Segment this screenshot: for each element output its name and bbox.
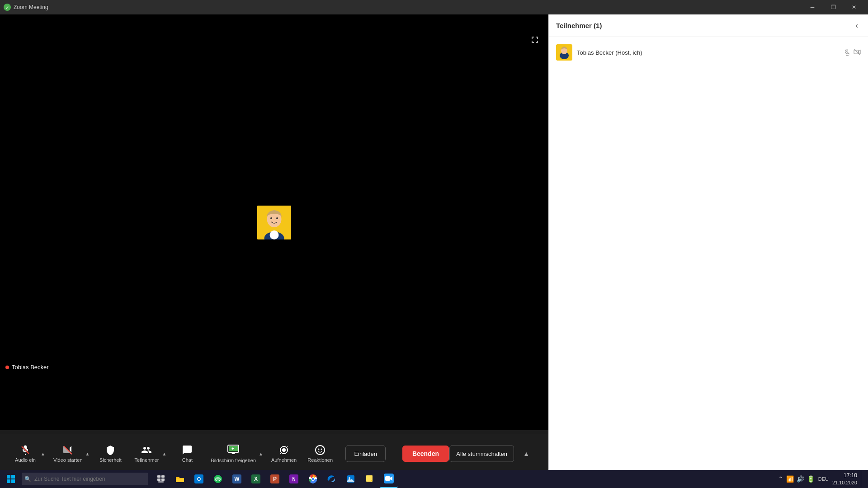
svg-point-4 bbox=[270, 217, 272, 219]
chat-button[interactable]: Chat bbox=[171, 437, 203, 470]
panel-collapse-button[interactable]: ‹ bbox=[853, 20, 861, 31]
sticky-notes-button[interactable] bbox=[361, 470, 379, 488]
snip-button[interactable] bbox=[342, 470, 360, 488]
participants-options-arrow[interactable]: ▲ bbox=[161, 450, 167, 458]
end-meeting-button[interactable]: Beenden bbox=[402, 446, 449, 462]
svg-point-11 bbox=[282, 448, 286, 452]
participant-item: Tobias Becker (Host, ich) bbox=[549, 41, 868, 64]
minimize-button[interactable]: ─ bbox=[802, 0, 823, 14]
spotify-icon bbox=[213, 474, 222, 483]
audio-label: Audio ein bbox=[15, 457, 36, 463]
share-screen-button[interactable]: Bildschirm freigeben bbox=[207, 437, 259, 470]
svg-point-14 bbox=[321, 449, 322, 450]
video-slash-icon bbox=[62, 445, 73, 455]
taskbar-search-container[interactable]: 🔍 bbox=[22, 473, 148, 485]
network-icon: 📶 bbox=[786, 475, 794, 483]
participant-status-icons bbox=[844, 48, 861, 57]
svg-point-12 bbox=[316, 446, 325, 455]
restore-button[interactable]: ❐ bbox=[823, 0, 844, 14]
close-button[interactable]: ✕ bbox=[844, 0, 864, 14]
zoom-taskbar-button[interactable] bbox=[380, 470, 398, 488]
file-explorer-button[interactable] bbox=[171, 470, 189, 488]
spotify-button[interactable] bbox=[209, 470, 227, 488]
svg-rect-27 bbox=[161, 479, 165, 481]
outlook-button[interactable]: O bbox=[190, 470, 208, 488]
svg-point-2 bbox=[270, 230, 279, 239]
participant-avatar-image bbox=[556, 44, 572, 61]
record-button[interactable]: Aufnehmen bbox=[268, 437, 300, 470]
excel-icon: X bbox=[251, 474, 260, 483]
volume-icon[interactable]: 🔊 bbox=[797, 475, 804, 483]
video-button[interactable]: Video starten bbox=[50, 437, 86, 470]
clock-date: 21.10.2020 bbox=[832, 479, 857, 486]
mute-all-options-arrow[interactable]: ▲ bbox=[523, 450, 529, 457]
video-group: Video starten ▲ bbox=[50, 437, 91, 470]
audio-button[interactable]: Audio ein bbox=[9, 437, 42, 470]
start-button[interactable] bbox=[2, 470, 20, 488]
svg-rect-26 bbox=[157, 479, 160, 481]
svg-rect-22 bbox=[7, 479, 10, 483]
titlebar: ✓ Zoom Meeting ─ ❐ ✕ bbox=[0, 0, 868, 14]
security-shield-icon: ✓ bbox=[4, 4, 11, 11]
svg-rect-25 bbox=[161, 475, 165, 478]
taskbar-right: ⌃ 📶 🔊 🔋 DEU 17:10 21.10.2020 bbox=[778, 471, 866, 487]
edge-icon bbox=[327, 474, 336, 483]
share-label: Bildschirm freigeben bbox=[211, 458, 256, 463]
windows-logo-icon bbox=[6, 474, 15, 483]
fullscreen-button[interactable] bbox=[528, 33, 541, 46]
task-view-button[interactable] bbox=[152, 470, 170, 488]
svg-point-32 bbox=[312, 478, 314, 480]
participant-name-label: Tobias Becker bbox=[5, 364, 49, 371]
reactions-icon bbox=[315, 445, 326, 455]
meeting-toolbar: Audio ein ▲ Video starten ▲ Sicherheit bbox=[0, 434, 548, 474]
onenote-button[interactable]: N bbox=[285, 470, 303, 488]
participant-video-icon bbox=[854, 48, 861, 57]
titlebar-left: ✓ Zoom Meeting bbox=[4, 4, 48, 11]
participants-panel: Teilnehmer (1) ‹ Tobias Becker (Host, ic… bbox=[548, 14, 868, 474]
participant-name: Tobias Becker (Host, ich) bbox=[577, 49, 839, 56]
share-options-arrow[interactable]: ▲ bbox=[258, 450, 264, 458]
mute-all-button[interactable]: Alle stummschalten bbox=[449, 446, 514, 462]
zoom-taskbar-icon bbox=[384, 474, 394, 483]
svg-rect-24 bbox=[157, 475, 160, 478]
window-title: Zoom Meeting bbox=[14, 4, 48, 10]
microphone-slash-icon bbox=[20, 445, 31, 455]
excel-button[interactable]: X bbox=[247, 470, 265, 488]
onenote-icon: N bbox=[289, 474, 298, 483]
record-group: Aufnehmen bbox=[268, 437, 300, 470]
panel-header: Teilnehmer (1) ‹ bbox=[549, 14, 868, 37]
file-explorer-icon bbox=[175, 475, 184, 483]
photos-icon bbox=[346, 474, 355, 483]
invite-button[interactable]: Einladen bbox=[345, 446, 386, 462]
video-options-arrow[interactable]: ▲ bbox=[85, 450, 91, 458]
edge-button[interactable] bbox=[323, 470, 341, 488]
sticky-notes-icon bbox=[365, 474, 374, 483]
chrome-button[interactable] bbox=[304, 470, 322, 488]
chat-label: Chat bbox=[182, 457, 193, 463]
taskbar-time[interactable]: 17:10 21.10.2020 bbox=[832, 472, 857, 486]
outlook-icon: O bbox=[194, 474, 203, 483]
participants-icon bbox=[141, 445, 152, 455]
word-icon: W bbox=[232, 474, 241, 483]
record-label: Aufnehmen bbox=[271, 457, 297, 463]
word-button[interactable]: W bbox=[228, 470, 246, 488]
window-controls[interactable]: ─ ❐ ✕ bbox=[802, 0, 864, 14]
chevron-up-icon[interactable]: ⌃ bbox=[778, 475, 783, 483]
participants-button[interactable]: Teilnehmer bbox=[130, 437, 163, 470]
audio-options-arrow[interactable]: ▲ bbox=[40, 450, 46, 458]
show-desktop-button[interactable] bbox=[861, 471, 863, 487]
taskbar-search-input[interactable] bbox=[22, 473, 148, 485]
svg-rect-20 bbox=[7, 475, 10, 479]
video-label: Video starten bbox=[53, 457, 83, 463]
chrome-icon bbox=[308, 474, 317, 483]
powerpoint-icon: P bbox=[270, 474, 279, 483]
participants-group: Teilnehmer ▲ bbox=[130, 437, 167, 470]
reactions-button[interactable]: Reaktionen bbox=[304, 437, 336, 470]
svg-rect-23 bbox=[11, 479, 15, 483]
reactions-label: Reaktionen bbox=[307, 457, 333, 463]
powerpoint-button[interactable]: P bbox=[266, 470, 284, 488]
svg-rect-28 bbox=[158, 481, 164, 483]
svg-point-5 bbox=[276, 217, 278, 219]
security-button[interactable]: Sicherheit bbox=[94, 437, 127, 470]
participant-video-thumbnail bbox=[257, 206, 291, 239]
